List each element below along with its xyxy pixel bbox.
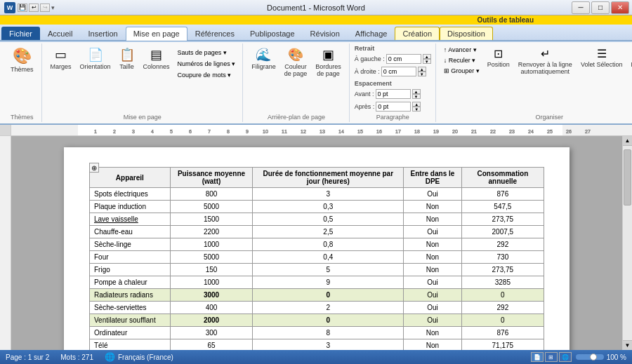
numeros-lignes-btn[interactable]: Numéros de lignes ▾ [175, 59, 239, 69]
coupure-mots-btn[interactable]: Coupure de mots ▾ [175, 70, 239, 80]
svg-text:8: 8 [227, 129, 230, 134]
grouper-btn[interactable]: ⊞ Grouper ▾ [441, 66, 482, 76]
tab-fichier[interactable]: Fichier [1, 27, 40, 40]
table-row: Ventilateur soufflant 2000 0 Oui 0 [90, 314, 544, 327]
undo-qat-btn[interactable]: ↩ [29, 4, 39, 12]
retrait-gauche-input[interactable] [386, 54, 421, 64]
tab-publipostage[interactable]: Publipostage [242, 27, 303, 40]
retrait-gauche-down[interactable]: ▼ [423, 59, 431, 64]
cell-puissance: 3000 [170, 289, 253, 302]
gauche-label: À gauche : [355, 55, 385, 62]
espacement-apres-down[interactable]: ▼ [412, 107, 421, 112]
view-print-btn[interactable]: 📄 [531, 352, 544, 362]
close-btn[interactable]: ✕ [611, 1, 629, 14]
col-header-dpe: Entre dans le DPE [404, 168, 462, 188]
espacement-avant-up[interactable]: ▲ [412, 89, 421, 94]
table-row: Sèche-serviettes 400 2 Oui 292 [90, 302, 544, 314]
cell-conso: 2007,5 [461, 226, 544, 238]
cell-duree: 3 [253, 188, 404, 201]
retrait-droite-input[interactable] [381, 67, 416, 76]
view-web-btn[interactable]: 🌐 [559, 352, 572, 362]
cell-conso: 730 [461, 251, 544, 264]
minimize-btn[interactable]: ─ [572, 1, 590, 14]
rotation-btn[interactable]: ↻ Rotation [627, 45, 632, 70]
cell-duree: 5 [253, 264, 404, 276]
tab-creation[interactable]: Création [395, 27, 440, 40]
zoom-slider[interactable] [576, 354, 604, 360]
cell-dpe: Non [404, 339, 462, 351]
vertical-scrollbar[interactable]: ▲ ▼ [622, 136, 632, 350]
cell-puissance: 5000 [170, 251, 253, 264]
bordures-page-btn[interactable]: ▣ Borduresde page [312, 45, 345, 79]
retrait-droite-up[interactable]: ▲ [418, 67, 426, 72]
svg-text:14: 14 [338, 129, 344, 134]
svg-text:4: 4 [151, 129, 154, 134]
tab-references[interactable]: Références [187, 27, 242, 40]
scroll-track[interactable] [623, 146, 632, 340]
svg-text:7: 7 [208, 129, 211, 134]
tab-accueil[interactable]: Accueil [40, 27, 80, 40]
view-buttons: 📄 ⊞ 🌐 [531, 352, 572, 362]
scroll-down-btn[interactable]: ▼ [623, 340, 632, 350]
zoom-level: 100 % [607, 353, 626, 361]
volet-selection-btn[interactable]: ☰ Volet Sélection [577, 45, 626, 70]
sauts-de-pages-btn[interactable]: Sauts de pages ▾ [175, 48, 239, 58]
qat-dropdown[interactable]: ▾ [51, 4, 55, 11]
colonnes-btn[interactable]: ▤ Colonnes [140, 45, 173, 72]
document-area: ⊕ Appareil Puissance moyenne (watt) Duré… [0, 136, 632, 350]
cell-dpe: Oui [404, 314, 462, 327]
couleur-page-btn[interactable]: 🎨 Couleurde page [281, 45, 311, 79]
svg-text:2: 2 [113, 129, 116, 134]
svg-text:23: 23 [509, 129, 515, 134]
tab-affichage[interactable]: Affichage [348, 27, 395, 40]
reculer-btn[interactable]: ↓ Reculer ▾ [441, 55, 482, 65]
save-qat-btn[interactable]: 💾 [18, 4, 27, 12]
table-row: Plaque induction 5000 0,3 Non 547,5 [90, 201, 544, 213]
retrait-droite-down[interactable]: ▼ [418, 72, 426, 76]
table-move-handle[interactable]: ⊕ [89, 163, 99, 173]
retrait-gauche-up[interactable]: ▲ [423, 54, 431, 59]
filigrane-btn[interactable]: 🌊 Filigrane [248, 45, 279, 72]
scroll-thumb-v[interactable] [624, 149, 631, 205]
col-header-duree: Durée de fonctionnement moyenne par jour… [253, 168, 404, 188]
tab-disposition[interactable]: Disposition [440, 27, 493, 40]
svg-text:9: 9 [246, 129, 249, 134]
position-btn[interactable]: ⊡ Position [484, 45, 513, 70]
espacement-apres-input[interactable] [376, 102, 411, 112]
themes-group-label: Thèmes [11, 112, 34, 121]
cell-dpe: Non [404, 251, 462, 264]
espacement-apres-up[interactable]: ▲ [412, 102, 421, 107]
tab-mise-en-page[interactable]: Mise en page [126, 27, 187, 41]
svg-text:12: 12 [301, 129, 306, 134]
cell-dpe: Oui [404, 276, 462, 289]
cell-appareil: Chauffe-eau [90, 226, 171, 238]
maximize-btn[interactable]: □ [591, 1, 610, 14]
cell-duree: 0,5 [253, 213, 404, 226]
cell-puissance: 2200 [170, 226, 253, 238]
filigrane-icon: 🌊 [256, 47, 271, 62]
tab-revision[interactable]: Révision [303, 27, 348, 40]
ribbon-content: 🎨 Thèmes Thèmes ▭ Marges 📄 Orientat [0, 41, 632, 125]
ribbon-group-themes: 🎨 Thèmes Thèmes [3, 43, 42, 122]
table-row: Chauffe-eau 2200 2,5 Oui 2007,5 [90, 226, 544, 238]
svg-text:16: 16 [376, 129, 382, 134]
taille-btn[interactable]: 📋 Taille [116, 45, 138, 72]
cell-conso: 71,175 [461, 339, 544, 351]
document-page[interactable]: ⊕ Appareil Puissance moyenne (watt) Duré… [64, 147, 570, 350]
orientation-btn[interactable]: 📄 Orientation [77, 45, 114, 72]
themes-btn[interactable]: 🎨 Thèmes [7, 45, 37, 75]
renvoyer-btn[interactable]: ↵ Renvoyer à la ligneautomatiquement [515, 45, 576, 77]
table-header-row: Appareil Puissance moyenne (watt) Durée … [90, 168, 544, 188]
redo-qat-btn[interactable]: ↪ [40, 4, 50, 12]
marges-btn[interactable]: ▭ Marges [47, 45, 75, 72]
cell-appareil: Spots électriques [90, 188, 171, 201]
scroll-up-btn[interactable]: ▲ [623, 136, 632, 146]
cell-duree: 0,8 [253, 238, 404, 251]
themes-icon: 🎨 [13, 47, 32, 65]
avancer-btn[interactable]: ↑ Avancer ▾ [441, 45, 482, 55]
espacement-avant-input[interactable] [376, 89, 411, 99]
tab-insertion[interactable]: Insertion [80, 27, 125, 40]
espacement-avant-down[interactable]: ▼ [412, 94, 421, 99]
ruler-horizontal: 1 2 3 4 5 6 7 8 9 10 11 12 13 14 15 16 1 [11, 125, 632, 135]
view-full-btn[interactable]: ⊞ [545, 352, 558, 362]
